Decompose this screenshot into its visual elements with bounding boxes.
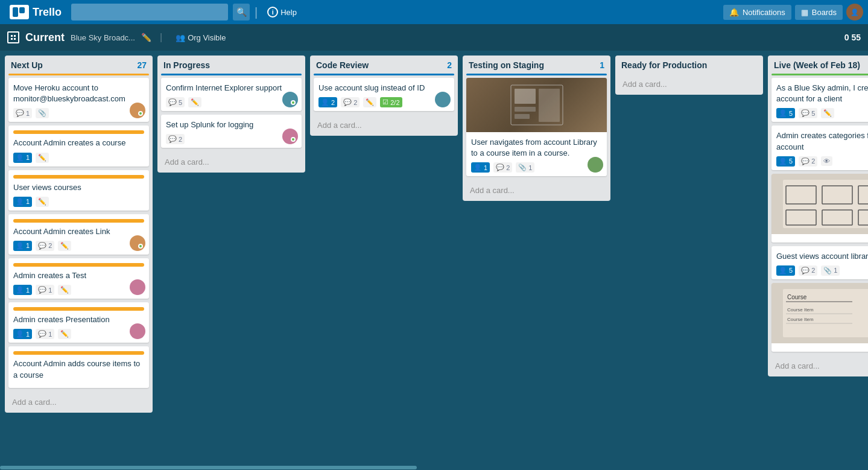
board-edit-icon[interactable]: ✏️ [141, 33, 151, 42]
pencil-icon: ✏️ [366, 98, 374, 106]
svg-rect-0 [13, 7, 18, 17]
card[interactable]: Guest views account library 👤5💬2📎1 [771, 246, 868, 279]
svg-text:Course Item: Course Item [787, 307, 814, 313]
add-card-link[interactable]: Add a card... [771, 359, 868, 373]
comment-icon: 💬 [343, 98, 352, 106]
list-header: Ready for Production [615, 56, 763, 74]
card[interactable]: Account Admin creates a course 👤1✏️ [8, 125, 149, 166]
svg-rect-8 [515, 107, 536, 112]
card-label [13, 219, 144, 223]
card-member-avatar [282, 92, 298, 107]
comment-badge: 💬5 [799, 108, 817, 118]
svg-rect-9 [515, 114, 530, 119]
pencil-icon: ✏️ [823, 109, 832, 117]
comment-icon: 💬 [38, 286, 46, 294]
comment-icon: 💬 [801, 109, 809, 117]
svg-text:Course Item: Course Item [787, 317, 814, 322]
list-cards: Confirm Internet Explorer support 💬5✏️ S… [157, 78, 305, 151]
list-footer: Add a card... [310, 115, 458, 136]
card-footer: 👤5💬2👁 [776, 156, 868, 167]
card-footer: 👤1💬2✏️ [13, 241, 144, 251]
card[interactable]: Account Admin adds course items to a cou… [8, 346, 149, 387]
info-icon: i [267, 7, 278, 17]
comment-badge: 💬2 [341, 97, 360, 107]
svg-text:Course: Course [787, 294, 807, 300]
card-badges: 👤5💬2👁 [776, 156, 832, 167]
card-badges: 👤5💬5✏️ [776, 108, 834, 118]
card-title: As a Blue Sky admin, I create an account… [776, 83, 868, 104]
comment-icon: 💬 [38, 242, 46, 250]
person-badge: 👤1 [13, 329, 32, 339]
person-badge: 👤1 [13, 153, 32, 163]
card[interactable]: Move Heroku account to monitor@blueskybr… [8, 78, 149, 122]
board-card-count: 0 55 [844, 33, 861, 42]
card[interactable]: Use account slug instead of ID 👤2💬2✏️☑2/… [314, 78, 454, 111]
add-card-link[interactable]: Add a card... [314, 118, 454, 132]
list-in-progress: In Progress Confirm Internet Explorer su… [157, 56, 305, 173]
notifications-label: Notifications [743, 8, 785, 17]
card[interactable]: Confirm Internet Explorer support 💬5✏️ [161, 78, 302, 111]
boards-button[interactable]: ▦ Boards [795, 5, 843, 20]
list-footer: Add a card... [157, 151, 305, 173]
card-footer: 💬1📎 [13, 108, 144, 118]
board-content: Next Up 27 Move Heroku account to monito… [0, 51, 868, 464]
search-button[interactable]: 🔍 [233, 4, 250, 21]
card-title: User navigates from account Library to a… [471, 137, 602, 159]
board-header: Current Blue Sky Broadc... ✏️ | 👥 Org Vi… [0, 24, 868, 51]
add-card-link[interactable]: Add a card... [619, 77, 759, 91]
card-title: Account Admin creates Link [13, 226, 144, 237]
card[interactable]: User navigates from account Library to a… [466, 78, 607, 176]
card[interactable]: As a Blue Sky admin, I create an account… [771, 78, 868, 122]
add-card-link[interactable]: Add a card... [466, 183, 607, 197]
person-icon: 👤 [779, 109, 787, 117]
svg-rect-10 [539, 89, 560, 122]
search-input[interactable] [71, 4, 228, 21]
card-title: Admin creates categories for account [776, 130, 868, 152]
boards-icon: ▦ [801, 8, 808, 17]
board-visibility[interactable]: 👥 Org Visible [171, 31, 230, 45]
person-icon: 👤 [16, 286, 24, 294]
card-footer: 👤2💬2✏️☑2/2 [318, 97, 449, 107]
card-badges: 👤1💬1✏️ [13, 329, 71, 339]
svg-rect-7 [515, 89, 536, 104]
card[interactable]: Account Admin creates Link 👤1💬2✏️ [8, 214, 149, 255]
help-link[interactable]: i Help [262, 4, 302, 20]
comment-badge: 💬5 [166, 97, 185, 107]
card[interactable] [771, 174, 868, 243]
list-cards: Move Heroku account to monitor@blueskybr… [5, 78, 153, 392]
card-image-whiteboard [771, 174, 868, 234]
list-title: Code Review [316, 60, 369, 70]
card[interactable]: Set up Splunk for logging 💬2 [161, 115, 302, 148]
card-label [13, 130, 144, 134]
card[interactable]: Admin creates a Test 👤1💬1✏️ [8, 258, 149, 299]
card[interactable]: Course Course Item › Course Item › [771, 283, 868, 352]
logo-text: Trello [33, 6, 62, 19]
boards-label: Boards [812, 8, 837, 17]
board-org[interactable]: Blue Sky Broadc... [71, 33, 135, 42]
card[interactable]: User views courses 👤1✏️ [8, 170, 149, 211]
list-count: 27 [137, 60, 147, 70]
add-card-link[interactable]: Add a card... [8, 395, 149, 409]
card-badges: 💬5✏️ [166, 97, 201, 107]
svg-rect-3 [14, 35, 16, 37]
visibility-icon: 👥 [176, 33, 185, 42]
card[interactable]: Admin creates Presentation 👤1💬1✏️ [8, 302, 149, 343]
attachment-badge: 📎 [36, 108, 49, 118]
user-avatar[interactable]: 👤 [846, 4, 863, 21]
card-badges: 👤5💬2📎1 [776, 265, 840, 276]
notifications-button[interactable]: 🔔 Notifications [723, 5, 791, 20]
person-badge: 👤2 [318, 97, 337, 107]
list-cards: User navigates from account Library to a… [463, 78, 610, 180]
card-footer: 👤5💬2📎1 [776, 265, 868, 276]
card[interactable]: Admin creates categories for account 👤5💬… [771, 125, 868, 170]
trello-logo[interactable]: Trello [5, 2, 66, 22]
comment-badge: 💬2 [36, 241, 54, 251]
edit-badge: ✏️ [58, 241, 71, 251]
person-icon: 👤 [16, 242, 24, 250]
add-card-link[interactable]: Add a card... [161, 155, 302, 169]
board-star-icon[interactable] [7, 31, 19, 43]
list-count: 2 [447, 60, 452, 70]
list-count: 1 [600, 60, 604, 70]
pencil-icon: ✏️ [191, 98, 199, 106]
svg-rect-2 [11, 35, 13, 37]
